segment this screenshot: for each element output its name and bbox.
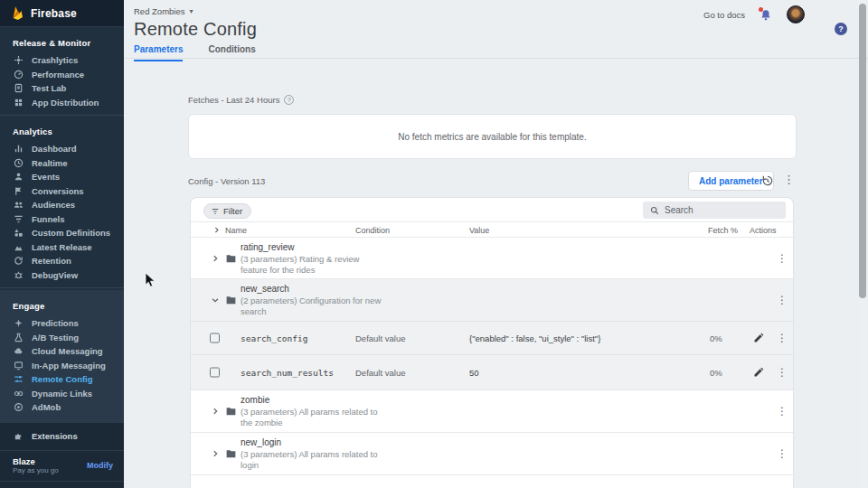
bar-chart-icon — [14, 144, 24, 154]
sidebar-item-app-distribution[interactable]: App Distribution — [0, 96, 124, 110]
sidebar-item-label: Remote Config — [32, 374, 93, 384]
tab-bar: Parameters Conditions — [134, 44, 256, 61]
sidebar-item-events[interactable]: Events — [0, 170, 124, 184]
question-mark-icon: ? — [838, 24, 844, 33]
row-overflow-icon[interactable]: ⋮ — [777, 294, 788, 306]
scrollbar-thumb[interactable] — [859, 4, 866, 298]
help-button[interactable]: ? — [835, 23, 847, 35]
row-overflow-icon[interactable]: ⋮ — [777, 405, 788, 418]
tab-parameters[interactable]: Parameters — [134, 44, 183, 61]
notifications-button[interactable] — [760, 8, 772, 22]
firebase-logo[interactable]: Firebase — [0, 0, 124, 27]
sidebar-item-dashboard[interactable]: Dashboard — [0, 142, 124, 156]
group-name: rating_review — [241, 241, 385, 251]
sidebar-bottom: Extensions Blaze Pay as you go Modify ‹ — [0, 422, 124, 488]
overflow-menu-icon[interactable]: ⋮ — [783, 173, 795, 186]
tune-sliders-icon — [14, 374, 24, 384]
sidebar-item-admob[interactable]: AdMob — [0, 400, 124, 415]
sidebar-item-label: A/B Testing — [32, 333, 79, 343]
filter-chip[interactable]: Filter — [203, 203, 251, 219]
sidebar-item-performance[interactable]: Performance — [0, 68, 124, 82]
sidebar-item-latest-release[interactable]: Latest Release — [0, 240, 124, 255]
parameter-condition: Default value — [355, 333, 405, 343]
sidebar-item-label: DebugView — [32, 270, 78, 280]
fetches-label: Fetches - Last 24 Hours ? — [188, 95, 294, 105]
parameters-table-card: Filter Name Condition Value Fetch % Acti… — [190, 197, 794, 488]
plan-panel: Blaze Pay as you go Modify — [0, 451, 124, 481]
flag-icon — [14, 186, 24, 196]
row-overflow-icon[interactable]: ⋮ — [777, 252, 788, 265]
folder-icon — [225, 406, 237, 418]
parameter-name: search_num_results — [241, 368, 334, 378]
col-name: Name — [225, 226, 247, 235]
page-title: Remote Config — [134, 19, 257, 40]
sidebar-item-label: Realtime — [32, 158, 68, 168]
chevron-right-icon[interactable] — [211, 449, 220, 458]
sidebar-item-conversions[interactable]: Conversions — [0, 184, 124, 199]
sidebar-item-realtime[interactable]: Realtime — [0, 156, 124, 171]
group-name: new_login — [241, 437, 385, 447]
sidebar-item-predictions[interactable]: Predictions — [0, 316, 124, 331]
table-header: Name Condition Value Fetch % Actions — [191, 221, 794, 238]
edit-pencil-icon[interactable] — [753, 333, 764, 343]
sidebar-item-audiences[interactable]: Audiences — [0, 198, 124, 212]
sidebar-item-remote-config[interactable]: Remote Config — [0, 372, 124, 387]
config-version-label: Config - Version 113 — [188, 176, 265, 186]
admob-icon — [14, 402, 24, 412]
expand-all-icon[interactable] — [212, 226, 221, 234]
row-overflow-icon[interactable]: ⋮ — [777, 366, 788, 379]
chevron-right-icon[interactable] — [211, 254, 220, 263]
edit-pencil-icon[interactable] — [753, 367, 764, 378]
row-checkbox[interactable] — [210, 333, 220, 343]
sidebar-item-label: Custom Definitions — [32, 228, 110, 238]
search-input[interactable] — [665, 205, 764, 215]
sidebar-item-funnels[interactable]: Funnels — [0, 212, 124, 227]
header-divider — [124, 58, 868, 59]
account-avatar[interactable] — [787, 5, 805, 23]
table-row[interactable]: new_search (2 parameters) Configuration … — [191, 279, 794, 322]
sidebar-item-dynamic-links[interactable]: Dynamic Links — [0, 387, 124, 401]
sidebar-item-retention[interactable]: Retention — [0, 254, 124, 268]
sidebar-item-in-app-messaging[interactable]: In-App Messaging — [0, 359, 124, 373]
link-icon — [14, 389, 24, 399]
sidebar-item-label: Dashboard — [32, 144, 77, 154]
parameter-name: search_config — [241, 333, 307, 343]
sidebar-item-cloud-messaging[interactable]: Cloud Messaging — [0, 344, 124, 359]
row-checkbox[interactable] — [210, 368, 220, 378]
section-analytics: Analytics Dashboard Realtime Events Conv… — [0, 116, 124, 287]
col-value: Value — [469, 226, 489, 235]
sidebar-item-label: Conversions — [32, 186, 84, 196]
table-row[interactable]: rating_review (3 parameters) Rating & re… — [191, 238, 794, 279]
table-row[interactable]: zombie (3 parameters) All params related… — [191, 390, 794, 433]
row-overflow-icon[interactable]: ⋮ — [777, 447, 788, 460]
filter-funnel-icon — [211, 207, 220, 216]
sidebar-item-extensions[interactable]: Extensions — [0, 423, 124, 450]
sidebar-item-crashlytics[interactable]: Crashlytics — [0, 53, 124, 68]
section-engage: Engage Predictions A/B Testing Cloud Mes… — [0, 290, 124, 422]
plan-modify-link[interactable]: Modify — [87, 461, 113, 470]
sidebar-collapse-button[interactable]: ‹ — [0, 482, 124, 488]
chevron-right-icon[interactable] — [211, 407, 220, 416]
go-to-docs-link[interactable]: Go to docs — [703, 10, 745, 20]
table-row[interactable]: search_config Default value {"enabled" :… — [191, 322, 794, 355]
tab-conditions[interactable]: Conditions — [208, 44, 255, 61]
sidebar-item-label: Crashlytics — [32, 55, 78, 65]
row-overflow-icon[interactable]: ⋮ — [777, 332, 788, 344]
crashlytics-icon — [14, 55, 24, 65]
table-row[interactable]: new_login (3 parameters) All params rela… — [191, 433, 794, 475]
chevron-down-icon[interactable] — [211, 296, 220, 305]
sidebar-item-debugview[interactable]: DebugView — [0, 268, 124, 283]
sparkle-icon — [14, 318, 24, 328]
project-selector[interactable]: Red Zombies ▾ — [134, 6, 193, 16]
parameter-value: {"enabled" : false, "ui_style" : "list"} — [469, 333, 600, 343]
search-box — [643, 202, 786, 219]
sidebar-item-ab-testing[interactable]: A/B Testing — [0, 331, 124, 345]
sidebar-item-custom-definitions[interactable]: Custom Definitions — [0, 226, 124, 240]
col-condition: Condition — [355, 226, 390, 235]
help-circle-icon[interactable]: ? — [284, 95, 294, 105]
sidebar-item-label: In-App Messaging — [32, 361, 106, 371]
version-history-icon[interactable] — [761, 174, 774, 187]
sidebar-item-test-lab[interactable]: Test Lab — [0, 81, 124, 96]
table-row[interactable]: search_num_results Default value 50 0% ⋮ — [191, 355, 794, 390]
firebase-flame-icon — [11, 5, 24, 21]
